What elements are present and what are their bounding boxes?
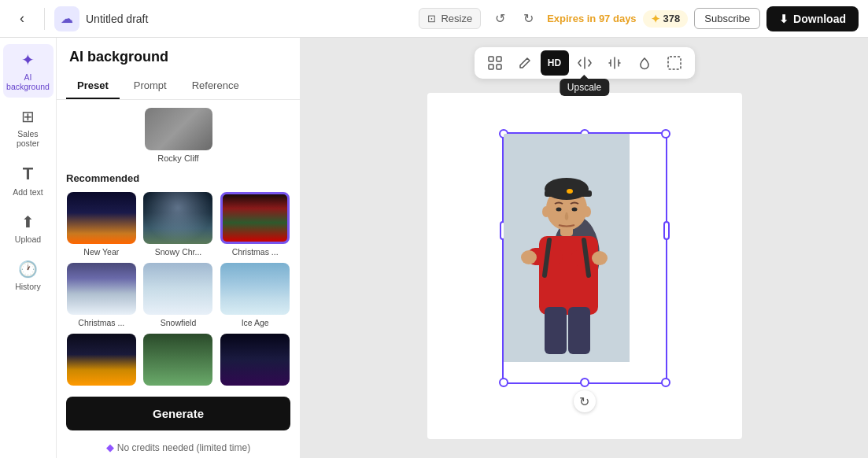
grid-item-green[interactable] bbox=[143, 334, 214, 389]
upload-icon: ⬆ bbox=[21, 212, 35, 231]
grid-item-snowfield[interactable]: Snowfield bbox=[143, 263, 214, 327]
svg-point-20 bbox=[583, 206, 591, 217]
sidebar-label-history: History bbox=[15, 282, 41, 291]
tab-reference[interactable]: Reference bbox=[181, 73, 250, 99]
topbar: ‹ ☁ Untitled draft ⊡ Resize ↺ ↻ Expires … bbox=[0, 0, 868, 38]
svg-point-16 bbox=[567, 189, 573, 194]
selection-box bbox=[502, 132, 667, 384]
redo-icon: ↻ bbox=[523, 11, 534, 26]
history-icon: 🕐 bbox=[18, 260, 38, 279]
rocky-cliff-label: Rocky Cliff bbox=[157, 153, 198, 163]
panel: AI background Preset Prompt Reference Ro… bbox=[57, 38, 301, 458]
preset-grid: New Year Snowy Chr... Christmas ... Chri… bbox=[66, 192, 290, 389]
sidebar-item-history[interactable]: 🕐 History bbox=[3, 253, 54, 297]
diamond-icon: ◆ bbox=[106, 441, 114, 453]
city-thumbnail bbox=[67, 334, 136, 386]
subject-container[interactable]: ↻ bbox=[502, 132, 667, 384]
sidebar-item-add-text[interactable]: T Add text bbox=[3, 157, 54, 203]
xmas-cabin-thumbnail bbox=[67, 263, 136, 315]
credits-count: 378 bbox=[663, 13, 681, 24]
star-icon: ✦ bbox=[651, 13, 660, 25]
rocky-cliff-thumbnail[interactable] bbox=[145, 108, 212, 150]
tool-select[interactable] bbox=[660, 50, 689, 76]
add-text-icon: T bbox=[23, 164, 33, 184]
svg-rect-2 bbox=[489, 65, 493, 69]
grid-item-space[interactable] bbox=[220, 334, 290, 389]
resize-icon: ⊡ bbox=[427, 13, 436, 24]
download-icon: ⬇ bbox=[779, 13, 789, 25]
canvas-area: HD Upscale bbox=[301, 38, 868, 458]
sidebar-label-sales-poster: Sales poster bbox=[6, 129, 50, 148]
tool-mirror[interactable] bbox=[600, 50, 629, 76]
svg-point-19 bbox=[542, 206, 550, 217]
ice-age-thumbnail bbox=[220, 263, 290, 315]
snowy-chr-label: Snowy Chr... bbox=[155, 247, 202, 257]
main-area: ✦ AI background ⊞ Sales poster T Add tex… bbox=[0, 38, 868, 458]
grid-item-new-year[interactable]: New Year bbox=[66, 192, 137, 257]
christmas-label: Christmas ... bbox=[232, 247, 279, 257]
left-sidebar: ✦ AI background ⊞ Sales poster T Add tex… bbox=[0, 38, 57, 458]
svg-point-18 bbox=[571, 208, 577, 212]
panel-title: AI background bbox=[57, 38, 300, 73]
tool-edit[interactable] bbox=[511, 50, 539, 76]
subscribe-button[interactable]: Subscribe bbox=[694, 8, 760, 29]
canvas-toolbar: HD bbox=[475, 47, 695, 79]
snowy-chr-thumbnail bbox=[143, 192, 212, 244]
topbar-divider bbox=[44, 8, 45, 30]
sales-poster-icon: ⊞ bbox=[21, 107, 35, 126]
tool-grid[interactable] bbox=[481, 50, 509, 76]
svg-rect-0 bbox=[489, 57, 493, 61]
xmas-cabin-label: Christmas ... bbox=[78, 318, 124, 327]
christmas-thumbnail bbox=[220, 192, 290, 244]
expiry-text: Expires in 97 days bbox=[547, 13, 636, 24]
svg-point-11 bbox=[592, 251, 608, 265]
svg-rect-21 bbox=[545, 307, 567, 354]
grid-item-ice-age[interactable]: Ice Age bbox=[220, 263, 290, 327]
sidebar-item-upload[interactable]: ⬆ Upload bbox=[3, 206, 54, 250]
ice-age-label: Ice Age bbox=[242, 318, 269, 327]
sidebar-label-add-text: Add text bbox=[13, 187, 43, 197]
tab-preset[interactable]: Preset bbox=[66, 73, 120, 99]
no-credits-text: ◆ No credits needed (limited time) bbox=[57, 437, 300, 458]
svg-rect-4 bbox=[668, 57, 681, 69]
sidebar-item-sales-poster[interactable]: ⊞ Sales poster bbox=[3, 101, 54, 154]
hd-label: HD bbox=[548, 57, 561, 68]
snowfield-thumbnail bbox=[143, 263, 212, 315]
resize-button[interactable]: ⊡ Resize bbox=[419, 8, 481, 29]
download-button[interactable]: ⬇ Download bbox=[766, 6, 859, 31]
svg-rect-22 bbox=[568, 307, 590, 354]
upscale-tooltip: Upscale bbox=[560, 79, 609, 96]
new-year-label: New Year bbox=[83, 247, 119, 257]
undo-icon: ↺ bbox=[495, 11, 505, 26]
document-title[interactable]: Untitled draft bbox=[86, 13, 412, 25]
grid-item-christmas[interactable]: Christmas ... bbox=[220, 192, 290, 257]
grid-item-xmas-cabin[interactable]: Christmas ... bbox=[66, 263, 137, 327]
tool-hd[interactable]: HD bbox=[541, 50, 569, 76]
panel-tabs: Preset Prompt Reference bbox=[57, 73, 300, 100]
sidebar-item-ai-background[interactable]: ✦ AI background bbox=[3, 44, 54, 98]
back-button[interactable]: ‹ bbox=[9, 6, 35, 31]
grid-item-city[interactable] bbox=[66, 334, 137, 389]
recommended-section-title: Recommended bbox=[66, 172, 290, 184]
cloud-icon: ☁ bbox=[61, 11, 73, 26]
undo-button[interactable]: ↺ bbox=[487, 6, 512, 31]
generate-button[interactable]: Generate bbox=[66, 397, 290, 430]
subject-image bbox=[504, 134, 666, 382]
svg-point-17 bbox=[556, 208, 561, 212]
space-thumbnail bbox=[220, 334, 290, 386]
rotate-icon: ↻ bbox=[579, 394, 589, 409]
rocky-cliff-item: Rocky Cliff bbox=[66, 108, 290, 163]
new-year-thumbnail bbox=[67, 192, 136, 244]
credits-badge: ✦ 378 bbox=[643, 10, 689, 28]
tool-drop[interactable] bbox=[630, 50, 659, 76]
svg-point-10 bbox=[521, 250, 537, 264]
ai-background-icon: ✦ bbox=[21, 50, 35, 69]
panel-content: Rocky Cliff Recommended New Year Snowy C… bbox=[57, 100, 300, 390]
rotate-handle[interactable]: ↻ bbox=[574, 390, 596, 412]
svg-rect-3 bbox=[497, 65, 501, 69]
grid-item-snowy-chr[interactable]: Snowy Chr... bbox=[143, 192, 214, 257]
green-thumbnail bbox=[143, 334, 212, 386]
redo-button[interactable]: ↻ bbox=[515, 6, 541, 31]
tool-flip[interactable] bbox=[571, 50, 599, 76]
tab-prompt[interactable]: Prompt bbox=[123, 73, 178, 99]
